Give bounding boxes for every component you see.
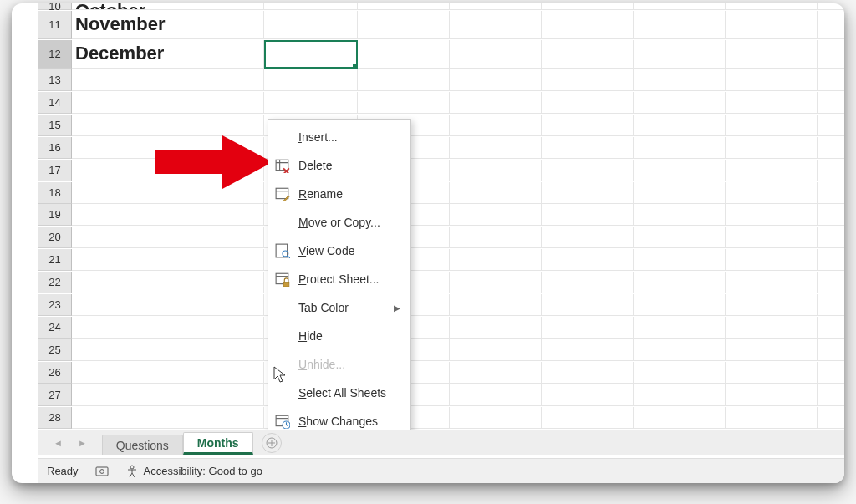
cell[interactable] [450,92,542,114]
cell[interactable] [818,204,844,226]
fill-handle[interactable] [353,64,358,69]
cell[interactable] [726,40,818,69]
cell[interactable] [726,384,818,406]
cell[interactable] [450,249,542,271]
cell[interactable] [72,227,264,248]
sheet-nav-arrows[interactable]: ◄ ► [38,438,102,448]
cell[interactable] [450,294,542,316]
cell[interactable] [818,160,844,181]
cell[interactable] [726,362,818,384]
cell[interactable] [818,294,844,316]
cell[interactable] [264,11,358,39]
row-header[interactable]: 10 [38,3,72,10]
cell[interactable] [818,137,844,159]
ctx-insert[interactable]: Insert... [268,123,410,151]
cell[interactable] [450,115,542,136]
row-header[interactable]: 24 [38,317,72,339]
cell[interactable] [450,339,542,361]
cell[interactable] [542,227,634,248]
cell[interactable] [818,339,844,361]
cell[interactable] [634,272,726,293]
cell[interactable] [818,11,844,39]
cell[interactable] [726,407,818,429]
cell[interactable] [264,3,358,10]
cell[interactable] [818,115,844,136]
cell[interactable] [450,3,542,10]
cell[interactable] [542,160,634,181]
cell[interactable] [450,11,542,39]
cell[interactable] [726,249,818,271]
cell[interactable] [634,92,726,114]
ctx-view-code[interactable]: View Code [268,237,410,265]
selected-cell[interactable] [264,40,358,69]
ctx-select-all-sheets[interactable]: Select All Sheets [268,379,410,407]
cell[interactable] [634,384,726,406]
cell[interactable] [72,249,264,271]
cell[interactable] [450,272,542,293]
cell[interactable] [818,69,844,91]
cell[interactable] [542,407,634,429]
cell[interactable] [818,182,844,204]
cell[interactable] [726,182,818,204]
cell[interactable] [72,384,264,406]
cell[interactable] [634,249,726,271]
cell[interactable]: October [72,3,264,10]
cell[interactable] [542,294,634,316]
nav-prev-icon[interactable]: ◄ [54,438,63,448]
cell[interactable] [450,407,542,429]
cell[interactable] [450,204,542,226]
row-header[interactable]: 27 [38,384,72,406]
row-header[interactable]: 25 [38,339,72,361]
cell[interactable] [72,69,264,91]
row-header[interactable]: 22 [38,272,72,293]
cell[interactable] [542,384,634,406]
cell[interactable] [634,204,726,226]
cell[interactable] [542,92,634,114]
cell[interactable] [542,69,634,91]
grid[interactable]: 10October11November12December13141516171… [38,3,844,430]
cell[interactable] [358,11,450,39]
cell[interactable] [358,3,450,10]
cell[interactable] [818,272,844,293]
cell[interactable] [72,362,264,384]
cell[interactable] [542,272,634,293]
cell[interactable] [818,362,844,384]
row-header[interactable]: 18 [38,182,72,204]
cell[interactable] [818,227,844,248]
cell[interactable] [542,182,634,204]
cell[interactable] [634,362,726,384]
cell[interactable] [72,115,264,136]
cell[interactable] [818,407,844,429]
cell[interactable] [450,362,542,384]
row-header[interactable]: 15 [38,115,72,136]
cell[interactable] [264,69,358,91]
cell[interactable] [542,204,634,226]
cell[interactable] [634,294,726,316]
cell[interactable] [726,272,818,293]
cell[interactable] [542,249,634,271]
accessibility-status[interactable]: Accessibility: Good to go [125,465,262,478]
cell[interactable] [72,204,264,226]
cell[interactable] [634,11,726,39]
cell[interactable] [72,339,264,361]
cell[interactable]: November [72,11,264,39]
cell[interactable] [72,92,264,114]
cell[interactable] [726,69,818,91]
cell[interactable] [72,317,264,339]
cell[interactable] [542,339,634,361]
cell[interactable] [542,137,634,159]
cell[interactable] [818,40,844,69]
cell[interactable] [358,40,450,69]
cell[interactable] [818,3,844,10]
row-header[interactable]: 17 [38,160,72,181]
macro-recorder[interactable] [95,465,109,478]
cell[interactable] [358,69,450,91]
cell[interactable] [726,294,818,316]
cell[interactable] [264,92,358,114]
cell[interactable] [72,137,264,159]
cell[interactable] [450,317,542,339]
cell[interactable] [542,3,634,10]
cell[interactable] [634,160,726,181]
cell[interactable] [450,40,542,69]
row-header[interactable]: 26 [38,362,72,384]
